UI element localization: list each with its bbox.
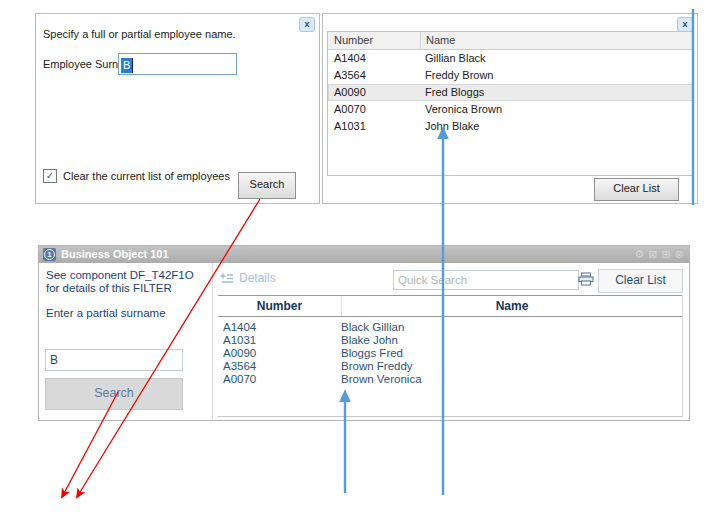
partial-surname-input[interactable]: [45, 349, 183, 371]
cell-number: A3564: [218, 360, 341, 373]
grid-rows: A1404 Black Gillian A1031 Blake John A00…: [218, 317, 682, 386]
cell-name: Fred Bloggs: [420, 84, 693, 101]
cell-number: A3564: [328, 67, 420, 84]
printer-icon[interactable]: [578, 272, 594, 286]
titlebar-icons: ⚙ ⊠ ⊞ ⊗: [634, 246, 684, 263]
table-row[interactable]: A3564 Brown Freddy: [218, 360, 682, 373]
business-object-window: 1 Business Object 101 ⚙ ⊠ ⊞ ⊗ See compon…: [38, 245, 690, 421]
details-label: Details: [239, 271, 276, 285]
search-button[interactable]: Search: [238, 172, 296, 199]
clear-list-checkbox-row: ✓ Clear the current list of employees: [43, 169, 230, 183]
close-icon[interactable]: x: [299, 17, 315, 32]
column-header-name[interactable]: Name: [421, 32, 693, 49]
table-row[interactable]: A1031 Blake John: [218, 334, 682, 347]
list-item[interactable]: A1404 Gillian Black: [328, 50, 693, 67]
surname-prompt: Enter a partial surname: [46, 307, 166, 319]
cell-name: Veronica Brown: [420, 101, 693, 118]
tile-windows-icon[interactable]: ⊞: [662, 247, 671, 262]
table-row[interactable]: A1404 Black Gillian: [218, 321, 682, 334]
list-item[interactable]: A0070 Veronica Brown: [328, 101, 693, 118]
quick-search-input[interactable]: [393, 270, 579, 290]
grid-header-number[interactable]: Number: [218, 296, 342, 316]
grid-toolbar: Details Clear List: [212, 263, 689, 295]
cell-name: Brown Veronica: [341, 373, 682, 386]
column-header-number[interactable]: Number: [328, 32, 421, 49]
component-note: See component DF_T42F1O for details of t…: [46, 269, 208, 295]
cell-number: A1404: [328, 50, 420, 67]
employee-list: Number Name A1404 Gillian Black A3564 Fr…: [327, 31, 694, 176]
dashed-square-icon[interactable]: ⊠: [648, 247, 657, 262]
list-item[interactable]: A1031 John Blake: [328, 118, 693, 135]
search-button[interactable]: Search: [45, 378, 183, 410]
dialog-instruction: Specify a full or partial employee name.: [43, 28, 236, 40]
close-icon[interactable]: x: [677, 17, 693, 32]
checkmark-icon: ✓: [46, 170, 54, 181]
cell-name: John Blake: [420, 118, 693, 135]
employee-surname-value: B: [121, 58, 133, 73]
cell-name: Blake John: [341, 334, 682, 347]
cell-number: A0090: [328, 84, 420, 101]
list-item-selected[interactable]: A0090 Fred Bloggs: [328, 84, 693, 101]
employee-grid: Number Name A1404 Black Gillian A1031 Bl…: [218, 295, 683, 417]
cell-number: A0090: [218, 347, 341, 360]
cell-number: A0070: [218, 373, 341, 386]
cell-number: A1404: [218, 321, 341, 334]
cell-name: Gillian Black: [420, 50, 693, 67]
filter-panel: See component DF_T42F1O for details of t…: [39, 263, 213, 419]
cell-name: Freddy Brown: [420, 67, 693, 84]
grid-header-name[interactable]: Name: [342, 296, 682, 316]
clear-list-button[interactable]: Clear List: [594, 178, 679, 201]
window-badge-icon: 1: [43, 248, 56, 261]
table-row[interactable]: A0070 Brown Veronica: [218, 373, 682, 386]
cell-number: A1031: [328, 118, 420, 135]
cell-number: A0070: [328, 101, 420, 118]
employee-search-dialog: x Specify a full or partial employee nam…: [35, 13, 320, 204]
close-window-icon[interactable]: ⊗: [675, 247, 684, 262]
cell-name: Brown Freddy: [341, 360, 682, 373]
window-titlebar[interactable]: 1 Business Object 101 ⚙ ⊠ ⊞ ⊗: [39, 246, 689, 263]
cell-number: A1031: [218, 334, 341, 347]
list-item[interactable]: A3564 Freddy Brown: [328, 67, 693, 84]
clear-list-button[interactable]: Clear List: [598, 269, 683, 293]
table-row[interactable]: A0090 Bloggs Fred: [218, 347, 682, 360]
employee-results-dialog: x Number Name A1404 Gillian Black A3564 …: [322, 13, 698, 204]
details-button[interactable]: Details: [220, 271, 276, 285]
clear-list-checkbox[interactable]: ✓: [43, 169, 57, 183]
window-badge-number: 1: [44, 249, 55, 260]
cell-name: Black Gillian: [341, 321, 682, 334]
employee-surname-input[interactable]: B: [118, 53, 237, 75]
screenshot-root: x Specify a full or partial employee nam…: [0, 0, 709, 519]
cell-name: Bloggs Fred: [341, 347, 682, 360]
details-icon: [220, 272, 234, 285]
gear-icon[interactable]: ⚙: [634, 247, 644, 262]
employee-list-header: Number Name: [328, 32, 693, 50]
grid-header: Number Name: [218, 295, 682, 317]
window-title: Business Object 101: [61, 246, 169, 263]
clear-list-checkbox-label: Clear the current list of employees: [63, 170, 230, 182]
